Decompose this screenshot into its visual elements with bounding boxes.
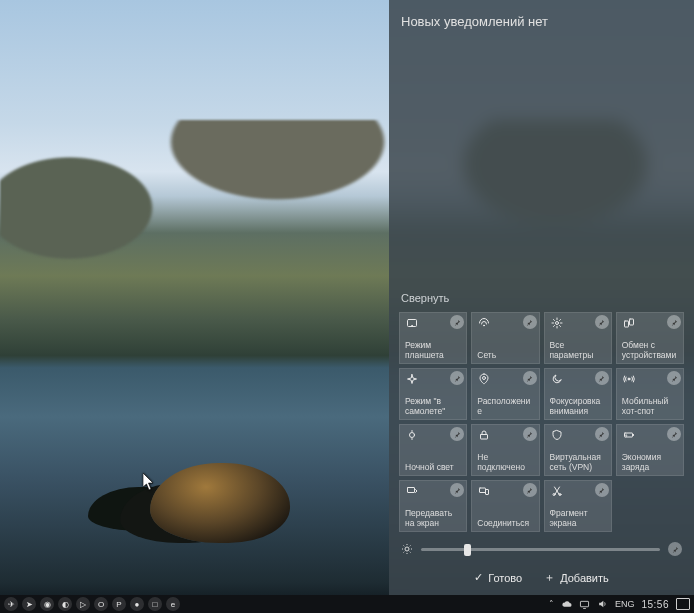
svg-rect-4 (624, 321, 628, 327)
svg-point-16 (405, 547, 409, 551)
action-center-tray-icon[interactable] (676, 598, 690, 610)
notifications-title: Новых уведомлений нет (399, 10, 684, 37)
tile-label: Передавать на экран (405, 509, 462, 528)
taskbar-app-chrome[interactable]: ◉ (40, 597, 54, 611)
tile-label: Фокусировка внимания (550, 397, 607, 416)
tile-label: Ночной свет (405, 463, 462, 472)
svg-rect-9 (481, 435, 488, 440)
tile-label: Экономия заряда (622, 453, 679, 472)
tile-share[interactable]: Обмен с устройствами (616, 312, 684, 364)
taskbar: ✈➤◉◐▷OP●□e ˄ ENG 15:56 (0, 595, 694, 613)
tile-label: Сеть (477, 351, 534, 360)
tile-location[interactable]: Расположение (471, 368, 539, 420)
wallpaper-rock (150, 463, 290, 543)
network-tray-icon[interactable] (579, 600, 590, 609)
plus-icon: ＋ (544, 570, 555, 585)
taskbar-app-edge[interactable]: e (166, 597, 180, 611)
tile-all-settings[interactable]: Все параметры (544, 312, 612, 364)
tile-connect[interactable]: Соединиться (471, 480, 539, 532)
done-button[interactable]: ✓ Готово (474, 570, 522, 585)
tile-network[interactable]: Сеть (471, 312, 539, 364)
add-label: Добавить (560, 572, 609, 584)
svg-point-15 (559, 494, 561, 496)
taskbar-app-steam[interactable]: ◐ (58, 597, 72, 611)
brightness-pin-icon[interactable] (668, 542, 682, 556)
tile-focus-assist[interactable]: Фокусировка внимания (544, 368, 612, 420)
taskbar-pinned-apps: ✈➤◉◐▷OP●□e (4, 597, 180, 611)
tile-label: Все параметры (550, 341, 607, 360)
system-tray: ˄ ENG 15:56 (549, 598, 690, 610)
svg-point-2 (484, 325, 485, 326)
done-label: Готово (488, 572, 522, 584)
tile-label: Фрагмент экрана (550, 509, 607, 528)
svg-rect-11 (408, 488, 415, 493)
check-icon: ✓ (474, 571, 483, 584)
pin-icon[interactable] (595, 483, 609, 497)
tile-label: Расположение (477, 397, 534, 416)
quick-action-grid: Режим планшетаСетьВсе параметрыОбмен с у… (399, 312, 684, 532)
tile-night-light[interactable]: Ночной свет (399, 424, 467, 476)
language-indicator[interactable]: ENG (615, 599, 635, 609)
brightness-slider-row (401, 542, 682, 556)
pin-icon[interactable] (595, 371, 609, 385)
tile-snip[interactable]: Фрагмент экрана (544, 480, 612, 532)
tile-label: Режим планшета (405, 341, 462, 360)
tile-label: Не подключено (477, 453, 534, 472)
tile-label: Обмен с устройствами (622, 341, 679, 360)
svg-rect-17 (580, 601, 588, 606)
pin-icon[interactable] (595, 315, 609, 329)
tile-project[interactable]: Передавать на экран (399, 480, 467, 532)
svg-point-6 (483, 377, 486, 380)
brightness-icon (401, 543, 413, 555)
pin-icon[interactable] (595, 427, 609, 441)
tile-vpn-net[interactable]: Виртуальная сеть (VPN) (544, 424, 612, 476)
collapse-link[interactable]: Свернуть (399, 288, 684, 308)
pin-icon[interactable] (523, 483, 537, 497)
clock[interactable]: 15:56 (641, 599, 669, 610)
pin-icon[interactable] (667, 427, 681, 441)
action-center-panel: Новых уведомлений нет Свернуть Режим пла… (389, 0, 694, 595)
mouse-cursor (143, 473, 155, 491)
pin-icon[interactable] (667, 371, 681, 385)
svg-point-1 (412, 325, 413, 326)
pin-icon[interactable] (667, 315, 681, 329)
volume-tray-icon[interactable] (597, 599, 608, 609)
taskbar-app-window[interactable]: □ (148, 597, 162, 611)
svg-point-14 (553, 494, 555, 496)
svg-point-3 (555, 322, 558, 325)
svg-rect-5 (629, 319, 633, 325)
taskbar-app-opera[interactable]: O (94, 597, 108, 611)
taskbar-app-pinterest[interactable]: P (112, 597, 126, 611)
tile-airplane-mode[interactable]: Режим "в самолете" (399, 368, 467, 420)
tile-label: Соединиться (477, 519, 534, 528)
panel-footer-actions: ✓ Готово ＋ Добавить (399, 562, 684, 589)
tray-chevron-icon[interactable]: ˄ (549, 599, 554, 609)
taskbar-app-telegram[interactable]: ✈ (4, 597, 18, 611)
pin-icon[interactable] (523, 427, 537, 441)
svg-point-8 (410, 433, 415, 438)
taskbar-app-media[interactable]: ▷ (76, 597, 90, 611)
onedrive-icon[interactable] (561, 600, 572, 608)
tile-tablet-mode[interactable]: Режим планшета (399, 312, 467, 364)
svg-point-7 (628, 378, 630, 380)
tile-label: Виртуальная сеть (VPN) (550, 453, 607, 472)
taskbar-app-circle[interactable]: ● (130, 597, 144, 611)
svg-rect-12 (480, 488, 486, 493)
svg-rect-13 (486, 490, 489, 495)
pin-icon[interactable] (523, 315, 537, 329)
pin-icon[interactable] (523, 371, 537, 385)
brightness-thumb[interactable] (464, 544, 471, 556)
tile-label: Режим "в самолете" (405, 397, 462, 416)
tile-label: Мобильный хот-спот (622, 397, 679, 416)
tile-battery-saver[interactable]: Экономия заряда (616, 424, 684, 476)
panel-spacer (399, 37, 684, 288)
tile-vpn-disc[interactable]: Не подключено (471, 424, 539, 476)
add-button[interactable]: ＋ Добавить (544, 570, 609, 585)
taskbar-app-paperplane[interactable]: ➤ (22, 597, 36, 611)
tile-hotspot[interactable]: Мобильный хот-спот (616, 368, 684, 420)
brightness-slider[interactable] (421, 548, 660, 551)
